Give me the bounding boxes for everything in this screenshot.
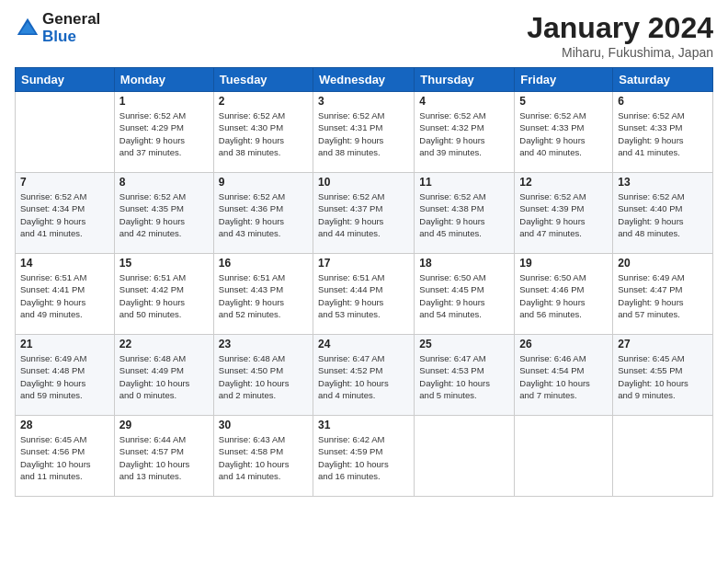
day-number: 19 — [519, 257, 608, 270]
calendar-cell: 24Sunrise: 6:47 AM Sunset: 4:52 PM Dayli… — [313, 335, 415, 416]
calendar-cell: 26Sunrise: 6:46 AM Sunset: 4:54 PM Dayli… — [515, 335, 613, 416]
day-number: 6 — [618, 95, 708, 108]
calendar-cell: 21Sunrise: 6:49 AM Sunset: 4:48 PM Dayli… — [16, 335, 115, 416]
day-info: Sunrise: 6:47 AM Sunset: 4:53 PM Dayligh… — [419, 352, 509, 401]
day-info: Sunrise: 6:48 AM Sunset: 4:49 PM Dayligh… — [119, 352, 209, 401]
calendar-header-thursday: Thursday — [415, 68, 515, 92]
calendar-cell: 6Sunrise: 6:52 AM Sunset: 4:33 PM Daylig… — [613, 92, 713, 173]
calendar-cell: 14Sunrise: 6:51 AM Sunset: 4:41 PM Dayli… — [16, 254, 115, 335]
calendar-cell: 10Sunrise: 6:52 AM Sunset: 4:37 PM Dayli… — [313, 173, 415, 254]
day-number: 21 — [20, 338, 109, 350]
calendar-week-3: 14Sunrise: 6:51 AM Sunset: 4:41 PM Dayli… — [16, 254, 713, 335]
day-info: Sunrise: 6:52 AM Sunset: 4:33 PM Dayligh… — [618, 109, 708, 158]
page: General Blue January 2024 Miharu, Fukush… — [0, 0, 728, 563]
day-info: Sunrise: 6:51 AM Sunset: 4:44 PM Dayligh… — [318, 271, 409, 320]
calendar-cell: 29Sunrise: 6:44 AM Sunset: 4:57 PM Dayli… — [114, 416, 213, 497]
calendar-cell: 23Sunrise: 6:48 AM Sunset: 4:50 PM Dayli… — [213, 335, 313, 416]
calendar-cell: 9Sunrise: 6:52 AM Sunset: 4:36 PM Daylig… — [213, 173, 313, 254]
page-subtitle: Miharu, Fukushima, Japan — [527, 45, 713, 60]
day-info: Sunrise: 6:52 AM Sunset: 4:36 PM Dayligh… — [219, 190, 308, 239]
day-info: Sunrise: 6:49 AM Sunset: 4:47 PM Dayligh… — [618, 271, 708, 320]
day-info: Sunrise: 6:52 AM Sunset: 4:38 PM Dayligh… — [419, 190, 509, 239]
day-number: 14 — [20, 257, 109, 270]
calendar-cell: 12Sunrise: 6:52 AM Sunset: 4:39 PM Dayli… — [515, 173, 613, 254]
day-number: 16 — [219, 257, 308, 270]
day-number: 15 — [119, 257, 209, 270]
calendar-week-2: 7Sunrise: 6:52 AM Sunset: 4:34 PM Daylig… — [16, 173, 713, 254]
calendar-week-1: 1Sunrise: 6:52 AM Sunset: 4:29 PM Daylig… — [16, 92, 713, 173]
day-number: 23 — [219, 338, 308, 350]
day-number: 18 — [419, 257, 509, 270]
day-number: 25 — [419, 338, 509, 350]
calendar-cell — [515, 416, 613, 497]
day-info: Sunrise: 6:43 AM Sunset: 4:58 PM Dayligh… — [219, 433, 308, 482]
title-block: January 2024 Miharu, Fukushima, Japan — [527, 11, 713, 60]
day-info: Sunrise: 6:50 AM Sunset: 4:46 PM Dayligh… — [519, 271, 608, 320]
day-number: 1 — [119, 95, 209, 108]
calendar-cell: 4Sunrise: 6:52 AM Sunset: 4:32 PM Daylig… — [415, 92, 515, 173]
calendar-cell: 30Sunrise: 6:43 AM Sunset: 4:58 PM Dayli… — [213, 416, 313, 497]
day-number: 5 — [519, 95, 608, 108]
calendar-cell: 31Sunrise: 6:42 AM Sunset: 4:59 PM Dayli… — [313, 416, 415, 497]
day-info: Sunrise: 6:52 AM Sunset: 4:35 PM Dayligh… — [119, 190, 209, 239]
day-number: 24 — [318, 338, 409, 350]
day-number: 11 — [419, 176, 509, 189]
calendar-cell: 15Sunrise: 6:51 AM Sunset: 4:42 PM Dayli… — [114, 254, 213, 335]
day-info: Sunrise: 6:52 AM Sunset: 4:37 PM Dayligh… — [318, 190, 409, 239]
calendar-week-5: 28Sunrise: 6:45 AM Sunset: 4:56 PM Dayli… — [16, 416, 713, 497]
calendar-header-wednesday: Wednesday — [313, 68, 415, 92]
calendar-cell — [16, 92, 115, 173]
day-info: Sunrise: 6:46 AM Sunset: 4:54 PM Dayligh… — [519, 352, 608, 401]
calendar-cell: 27Sunrise: 6:45 AM Sunset: 4:55 PM Dayli… — [613, 335, 713, 416]
day-info: Sunrise: 6:52 AM Sunset: 4:30 PM Dayligh… — [219, 109, 308, 158]
day-info: Sunrise: 6:50 AM Sunset: 4:45 PM Dayligh… — [419, 271, 509, 320]
day-number: 10 — [318, 176, 409, 189]
page-title: January 2024 — [527, 11, 713, 45]
day-info: Sunrise: 6:51 AM Sunset: 4:43 PM Dayligh… — [219, 271, 308, 320]
day-info: Sunrise: 6:44 AM Sunset: 4:57 PM Dayligh… — [119, 433, 209, 482]
day-number: 31 — [318, 419, 409, 431]
calendar-cell: 28Sunrise: 6:45 AM Sunset: 4:56 PM Dayli… — [16, 416, 115, 497]
day-number: 20 — [618, 257, 708, 270]
day-info: Sunrise: 6:52 AM Sunset: 4:29 PM Dayligh… — [119, 109, 209, 158]
day-info: Sunrise: 6:51 AM Sunset: 4:41 PM Dayligh… — [20, 271, 109, 320]
calendar-header-row: SundayMondayTuesdayWednesdayThursdayFrid… — [16, 68, 713, 92]
day-number: 8 — [119, 176, 209, 189]
day-number: 22 — [119, 338, 209, 350]
day-info: Sunrise: 6:49 AM Sunset: 4:48 PM Dayligh… — [20, 352, 109, 401]
day-number: 27 — [618, 338, 708, 350]
day-number: 2 — [219, 95, 308, 108]
calendar-cell: 7Sunrise: 6:52 AM Sunset: 4:34 PM Daylig… — [16, 173, 115, 254]
day-number: 13 — [618, 176, 708, 189]
logo: General Blue — [15, 11, 100, 45]
day-info: Sunrise: 6:51 AM Sunset: 4:42 PM Dayligh… — [119, 271, 209, 320]
day-info: Sunrise: 6:52 AM Sunset: 4:34 PM Dayligh… — [20, 190, 109, 239]
day-info: Sunrise: 6:52 AM Sunset: 4:39 PM Dayligh… — [519, 190, 608, 239]
day-info: Sunrise: 6:42 AM Sunset: 4:59 PM Dayligh… — [318, 433, 409, 482]
header: General Blue January 2024 Miharu, Fukush… — [15, 11, 713, 60]
calendar-header-sunday: Sunday — [16, 68, 115, 92]
calendar-cell: 8Sunrise: 6:52 AM Sunset: 4:35 PM Daylig… — [114, 173, 213, 254]
day-info: Sunrise: 6:45 AM Sunset: 4:55 PM Dayligh… — [618, 352, 708, 401]
calendar-header-friday: Friday — [515, 68, 613, 92]
calendar-cell — [613, 416, 713, 497]
calendar-header-tuesday: Tuesday — [213, 68, 313, 92]
calendar-table: SundayMondayTuesdayWednesdayThursdayFrid… — [15, 67, 713, 497]
calendar-week-4: 21Sunrise: 6:49 AM Sunset: 4:48 PM Dayli… — [16, 335, 713, 416]
calendar-header-monday: Monday — [114, 68, 213, 92]
logo-text: General Blue — [42, 11, 100, 45]
calendar-cell: 18Sunrise: 6:50 AM Sunset: 4:45 PM Dayli… — [415, 254, 515, 335]
calendar-cell: 17Sunrise: 6:51 AM Sunset: 4:44 PM Dayli… — [313, 254, 415, 335]
calendar-cell — [415, 416, 515, 497]
day-number: 4 — [419, 95, 509, 108]
day-info: Sunrise: 6:52 AM Sunset: 4:31 PM Dayligh… — [318, 109, 409, 158]
calendar-cell: 2Sunrise: 6:52 AM Sunset: 4:30 PM Daylig… — [213, 92, 313, 173]
calendar-header-saturday: Saturday — [613, 68, 713, 92]
day-number: 29 — [119, 419, 209, 431]
day-number: 7 — [20, 176, 109, 189]
calendar-cell: 16Sunrise: 6:51 AM Sunset: 4:43 PM Dayli… — [213, 254, 313, 335]
day-info: Sunrise: 6:45 AM Sunset: 4:56 PM Dayligh… — [20, 433, 109, 482]
calendar-cell: 25Sunrise: 6:47 AM Sunset: 4:53 PM Dayli… — [415, 335, 515, 416]
day-info: Sunrise: 6:52 AM Sunset: 4:33 PM Dayligh… — [519, 109, 608, 158]
calendar-cell: 1Sunrise: 6:52 AM Sunset: 4:29 PM Daylig… — [114, 92, 213, 173]
